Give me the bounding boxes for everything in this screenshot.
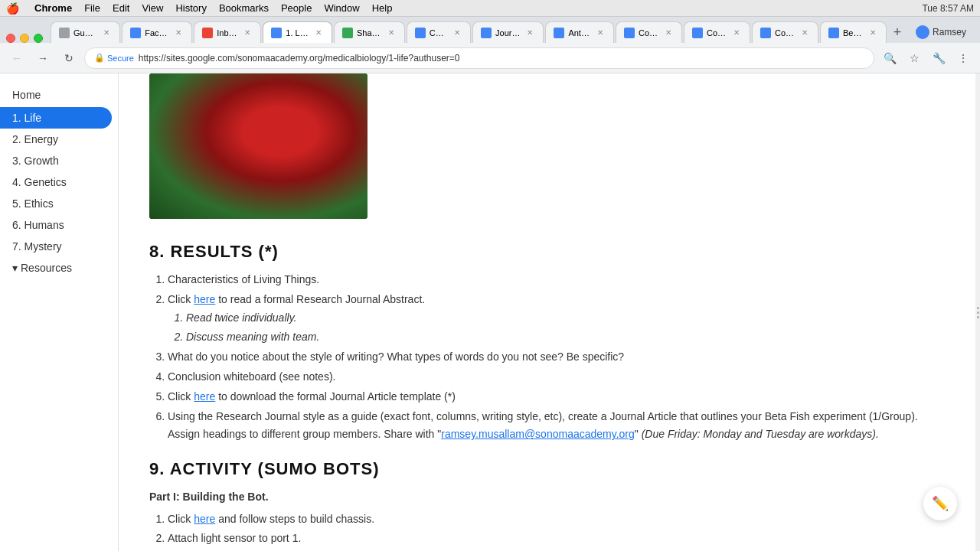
maximize-window-button[interactable] bbox=[34, 34, 43, 43]
menu-view[interactable]: View bbox=[142, 2, 163, 14]
svg-rect-7 bbox=[149, 73, 368, 219]
sub-list-item: Discuss meaning with team. bbox=[186, 328, 945, 347]
part1-item2: Attach light sensor to port 1. bbox=[168, 532, 301, 544]
list-item: Click here to download the formal Journa… bbox=[168, 388, 945, 406]
tab-shared[interactable]: Shared... ✕ bbox=[334, 21, 405, 43]
list-item: What do you notice about the style of wr… bbox=[168, 348, 945, 367]
menu-help[interactable]: Help bbox=[372, 2, 393, 14]
forward-button[interactable]: → bbox=[32, 47, 54, 69]
close-window-button[interactable] bbox=[6, 34, 15, 43]
menu-bookmarks[interactable]: Bookmarks bbox=[219, 2, 269, 14]
tab-close-life[interactable]: ✕ bbox=[313, 28, 324, 38]
secure-label: Secure bbox=[107, 54, 134, 63]
sidebar-item-mystery[interactable]: 7. Mystery bbox=[0, 236, 118, 257]
tab-close-inbox[interactable]: ✕ bbox=[242, 28, 253, 38]
tab-favicon-faculty bbox=[130, 28, 141, 38]
tab-close-copy3[interactable]: ✕ bbox=[799, 28, 810, 38]
item1-text: Characteristics of Living Things. bbox=[168, 273, 319, 285]
sidebar-item-ethics[interactable]: 5. Ethics bbox=[0, 193, 118, 214]
svg-point-2 bbox=[256, 154, 348, 207]
section9-list: Click here and follow steps to build cha… bbox=[149, 510, 945, 551]
list-item: Characteristics of Living Things. bbox=[168, 271, 945, 289]
here1-link[interactable]: here bbox=[194, 293, 215, 305]
menu-bar: 🍎 Chrome File Edit View History Bookmark… bbox=[0, 0, 980, 17]
back-button[interactable]: ← bbox=[6, 47, 28, 69]
list-item: Click here to read a formal Research Jou… bbox=[168, 291, 945, 347]
tab-close-copy1[interactable]: ✕ bbox=[663, 28, 674, 38]
tab-close-faculty[interactable]: ✕ bbox=[173, 28, 184, 38]
edit-fab-button[interactable]: ✏️ bbox=[923, 487, 957, 520]
svg-point-6 bbox=[283, 129, 286, 132]
sidebar-item-humans[interactable]: 6. Humans bbox=[0, 214, 118, 236]
sub-list-item: Read twice individually. bbox=[186, 309, 945, 328]
part1-bold: Part I: Building the Bot. bbox=[149, 491, 269, 503]
tab-close-copy0[interactable]: ✕ bbox=[452, 28, 462, 38]
sidebar-item-genetics[interactable]: 4. Genetics bbox=[0, 171, 118, 193]
tab-journal[interactable]: Journal... ✕ bbox=[472, 21, 544, 43]
menu-edit[interactable]: Edit bbox=[113, 2, 129, 14]
resources-label: Resources bbox=[21, 262, 72, 274]
toolbar-icons: 🔍 ☆ 🔧 ⋮ bbox=[879, 47, 974, 69]
tab-copy0[interactable]: Copy 0 ✕ bbox=[407, 21, 471, 43]
sub-item1-text: Read twice individually. bbox=[186, 311, 296, 324]
tab-label-faculty: Faculty... bbox=[145, 28, 169, 37]
extensions-icon[interactable]: 🔧 bbox=[928, 47, 949, 69]
tab-close-betta[interactable]: ✕ bbox=[867, 28, 878, 38]
tab-label-copy2: Copy ... bbox=[707, 28, 727, 37]
tab-close-shared[interactable]: ✕ bbox=[386, 28, 397, 38]
tab-copy3[interactable]: Copy ... ✕ bbox=[752, 21, 818, 43]
tab-life[interactable]: 1. Life ... ✕ bbox=[263, 21, 332, 43]
tab-inbox[interactable]: Inbox ... ✕ bbox=[194, 21, 261, 43]
email-link[interactable]: ramsey.musallam@sonomaacademy.org bbox=[441, 428, 635, 440]
sidebar-item-resources[interactable]: ▾ Resources bbox=[0, 257, 118, 279]
list-item: Using the Research Journal style as a gu… bbox=[168, 408, 945, 445]
tab-close-journal[interactable]: ✕ bbox=[524, 28, 535, 38]
sub-item2-text: Discuss meaning with team. bbox=[186, 331, 319, 343]
tab-favicon-journal bbox=[481, 28, 492, 38]
address-input[interactable]: 🔒 Secure https://sites.google.com/sonoma… bbox=[84, 47, 874, 69]
tab-favicon-shared bbox=[342, 28, 353, 38]
sidebar-item-life[interactable]: 1. Life bbox=[0, 107, 112, 129]
chevron-down-icon: ▾ bbox=[12, 262, 18, 274]
new-tab-button[interactable]: + bbox=[888, 21, 906, 43]
system-time: Tue 8:57 AM bbox=[922, 3, 974, 14]
sub-list: Read twice individually. Discuss meaning… bbox=[168, 309, 945, 347]
menu-history[interactable]: History bbox=[175, 2, 206, 14]
tab-faculty[interactable]: Faculty... ✕ bbox=[122, 21, 192, 43]
tab-copy1[interactable]: Copy ... ✕ bbox=[616, 21, 682, 43]
here3-link[interactable]: here bbox=[194, 513, 215, 525]
tab-betta[interactable]: Betta ... ✕ bbox=[820, 21, 887, 43]
menu-file[interactable]: File bbox=[84, 2, 100, 14]
user-name: Ramsey bbox=[933, 27, 966, 37]
tab-anthor[interactable]: Anthor... ✕ bbox=[545, 21, 614, 43]
minimize-window-button[interactable] bbox=[20, 34, 29, 43]
svg-point-3 bbox=[234, 116, 310, 154]
search-icon[interactable]: 🔍 bbox=[879, 47, 900, 69]
tab-close-anthor[interactable]: ✕ bbox=[595, 28, 606, 38]
tab-close-gumro[interactable]: ✕ bbox=[101, 28, 112, 38]
more-options-icon[interactable]: ⋮ bbox=[952, 47, 974, 69]
sidebar: Home 1. Life 2. Energy 3. Growth 4. Gene… bbox=[0, 73, 119, 551]
item4-text: Conclusion whiteboard (see notes). bbox=[168, 370, 335, 383]
sidebar-item-energy[interactable]: 2. Energy bbox=[0, 129, 118, 150]
item3-text: What do you notice about the style of wr… bbox=[168, 350, 624, 363]
bookmark-icon[interactable]: ☆ bbox=[903, 47, 925, 69]
url-text: https://sites.google.com/sonomaacademy.o… bbox=[139, 53, 460, 64]
sidebar-item-home[interactable]: Home bbox=[0, 83, 118, 107]
reload-button[interactable]: ↻ bbox=[58, 47, 80, 69]
resize-dot bbox=[977, 307, 979, 309]
resize-handle[interactable] bbox=[975, 73, 980, 551]
sidebar-item-growth[interactable]: 3. Growth bbox=[0, 150, 118, 171]
menu-window[interactable]: Window bbox=[324, 2, 359, 14]
tab-close-copy2[interactable]: ✕ bbox=[731, 28, 742, 38]
here2-link[interactable]: here bbox=[194, 390, 215, 403]
tab-gumro[interactable]: Gumro... ✕ bbox=[51, 21, 120, 43]
tab-label-copy1: Copy ... bbox=[639, 28, 659, 37]
apple-logo-icon[interactable]: 🍎 bbox=[6, 2, 19, 15]
content-area: 8. RESULTS (*) Characteristics of Living… bbox=[119, 73, 975, 551]
tab-copy2[interactable]: Copy ... ✕ bbox=[684, 21, 750, 43]
menu-people[interactable]: People bbox=[281, 2, 312, 14]
tab-favicon-copy3 bbox=[760, 28, 771, 38]
svg-point-5 bbox=[280, 129, 286, 135]
user-profile[interactable]: Ramsey bbox=[908, 21, 974, 43]
